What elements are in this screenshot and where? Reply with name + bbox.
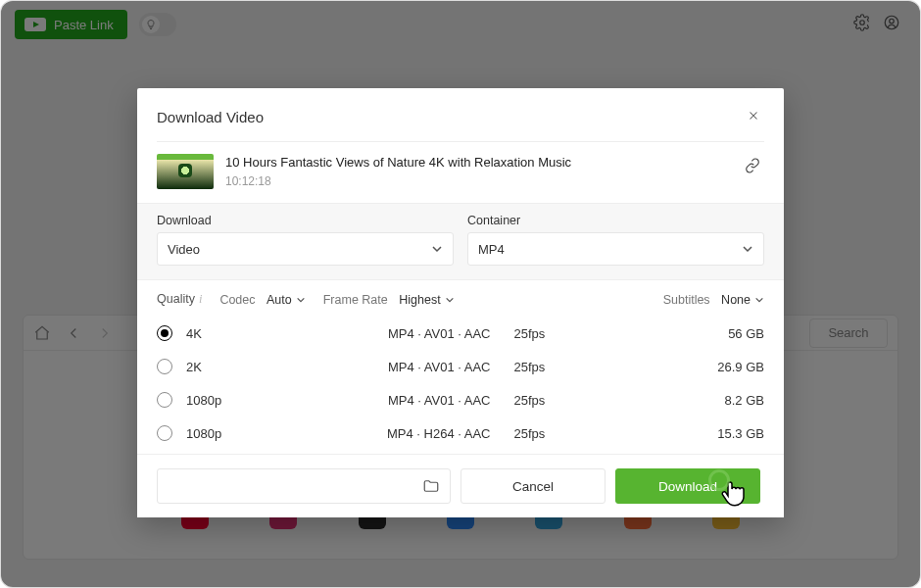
chevron-down-icon	[296, 295, 306, 305]
radio-icon	[157, 425, 172, 441]
chevron-down-icon	[754, 295, 764, 305]
fps-value: 25fps	[514, 326, 573, 341]
quality-value: 4K	[186, 326, 235, 341]
video-duration: 10:12:18	[225, 174, 733, 188]
download-type-label: Download	[157, 214, 454, 227]
codec-value: Auto	[267, 293, 292, 307]
video-title: 10 Hours Fantastic Views of Nature 4K wi…	[225, 154, 733, 172]
codec-value: MP4 · H264 · AAC	[339, 426, 491, 441]
quality-value: 1080p	[186, 426, 235, 441]
download-type-value: Video	[168, 242, 200, 257]
modal-overlay: Download Video 10 Hours Fantastic Views …	[1, 1, 920, 587]
container-select[interactable]: Container MP4	[467, 214, 764, 266]
link-icon	[745, 162, 760, 176]
quality-row[interactable]: 1080pMP4 · H264 · AAC25fps15.3 GB	[157, 416, 764, 450]
fps-value: 25fps	[514, 426, 573, 441]
quality-value: 1080p	[186, 393, 235, 408]
download-button-label: Download	[658, 479, 717, 494]
fps-value: 25fps	[514, 360, 573, 374]
open-source-link[interactable]	[745, 158, 764, 177]
download-button[interactable]: Download	[615, 468, 760, 504]
subtitles-filter[interactable]: Subtitles None	[663, 293, 764, 307]
codec-value: MP4 · AV01 · AAC	[339, 326, 491, 341]
codec-filter[interactable]: Codec Auto	[219, 293, 305, 307]
size-value: 15.3 GB	[676, 426, 764, 441]
quality-row[interactable]: 4KMP4 · AV01 · AAC25fps56 GB	[157, 317, 764, 350]
radio-icon	[157, 392, 172, 408]
radio-icon	[157, 325, 172, 341]
info-icon[interactable]: i	[199, 292, 202, 306]
subtitles-value: None	[721, 293, 751, 307]
save-path-input[interactable]	[157, 468, 451, 504]
codec-label: Codec	[219, 293, 255, 307]
container-label: Container	[467, 214, 764, 227]
fps-value: 25fps	[514, 393, 573, 408]
framerate-label: Frame Rate	[323, 293, 388, 307]
chevron-down-icon	[742, 243, 753, 255]
cursor-hand-icon	[716, 477, 751, 513]
chevron-down-icon	[445, 295, 455, 305]
quality-row[interactable]: 2KMP4 · AV01 · AAC25fps26.9 GB	[157, 350, 764, 383]
chevron-down-icon	[431, 243, 443, 255]
radio-icon	[157, 359, 172, 374]
quality-list: 4KMP4 · AV01 · AAC25fps56 GB2KMP4 · AV01…	[137, 317, 784, 450]
codec-value: MP4 · AV01 · AAC	[339, 393, 491, 408]
quality-row[interactable]: 1080pMP4 · AV01 · AAC25fps8.2 GB	[157, 383, 764, 416]
modal-close-button[interactable]	[743, 106, 764, 127]
framerate-value: Highest	[399, 293, 440, 307]
subtitles-label: Subtitles	[663, 293, 710, 307]
video-thumbnail	[157, 154, 214, 189]
app-frame: Paste Link	[0, 0, 921, 588]
download-modal: Download Video 10 Hours Fantastic Views …	[137, 88, 784, 517]
quality-value: 2K	[186, 360, 235, 374]
cancel-button[interactable]: Cancel	[460, 468, 606, 504]
size-value: 56 GB	[676, 326, 764, 341]
framerate-filter[interactable]: Frame Rate Highest	[323, 293, 455, 307]
close-icon	[747, 109, 760, 125]
size-value: 26.9 GB	[676, 360, 764, 374]
folder-icon	[422, 477, 440, 495]
download-type-select[interactable]: Download Video	[157, 214, 454, 266]
size-value: 8.2 GB	[676, 393, 764, 408]
cancel-label: Cancel	[512, 479, 554, 494]
modal-title: Download Video	[157, 109, 264, 125]
codec-value: MP4 · AV01 · AAC	[339, 360, 491, 374]
quality-label: Quality	[157, 292, 195, 306]
container-value: MP4	[478, 242, 505, 257]
